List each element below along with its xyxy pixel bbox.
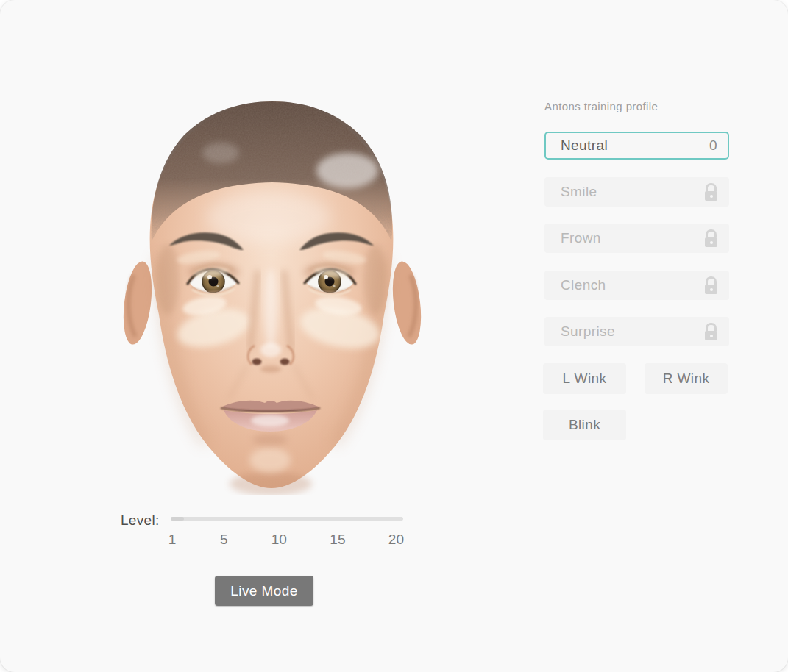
level-tick-labels: 1 5 10 15 20 [168,532,404,548]
expression-label: Surprise [561,324,615,340]
right-wink-button[interactable]: R Wink [645,363,728,394]
expression-label: Smile [561,184,597,200]
training-card: Antons training profile Neutral 0 Smile … [0,0,788,672]
tick-label-10: 10 [271,532,287,548]
tick-label-20: 20 [388,532,404,548]
expression-button-neutral[interactable]: Neutral 0 [544,132,729,160]
profile-title: Antons training profile [544,100,658,112]
face-avatar-illustration [110,94,434,495]
level-slider[interactable] [171,517,403,521]
lock-icon [705,183,717,201]
lock-icon [705,276,717,294]
expression-value: 0 [709,137,717,154]
tick-label-5: 5 [219,532,228,548]
tick-label-15: 15 [330,532,345,548]
blink-button[interactable]: Blink [543,410,626,440]
expression-button-surprise[interactable]: Surprise [544,317,729,346]
expression-label: Neutral [561,137,608,154]
expression-button-clench[interactable]: Clench [544,271,729,300]
tick-label-1: 1 [168,532,177,548]
expression-button-smile[interactable]: Smile [544,177,729,207]
left-wink-button[interactable]: L Wink [543,363,626,394]
expression-label: Clench [561,277,606,293]
lock-icon [705,323,717,340]
level-slider-thumb[interactable] [171,517,184,521]
expression-label: Frown [561,230,601,246]
live-mode-button[interactable]: Live Mode [215,576,313,606]
expression-button-frown[interactable]: Frown [544,224,729,253]
lock-icon [705,229,717,247]
face-avatar [110,94,434,495]
level-label: Level: [121,512,160,529]
